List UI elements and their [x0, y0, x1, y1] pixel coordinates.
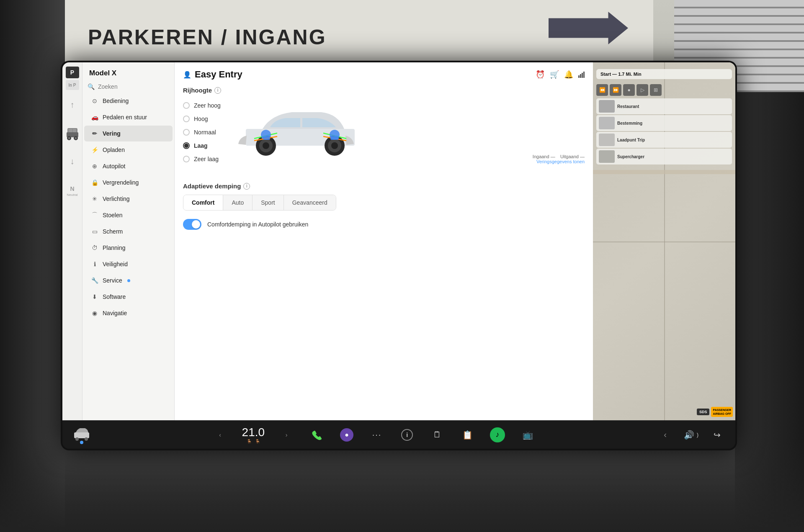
- taskbar-car-btn[interactable]: [72, 427, 91, 443]
- damping-section: Adaptieve demping i Comfort Auto Sport G…: [183, 182, 585, 211]
- map-control-btn-4[interactable]: ▷: [636, 84, 648, 96]
- taskbar-cards-btn[interactable]: 🗒: [429, 427, 446, 443]
- scherm-icon: ▭: [91, 228, 98, 235]
- sidebar-item-software[interactable]: ⬇ Software: [84, 289, 173, 305]
- damping-info-icon[interactable]: i: [243, 183, 250, 190]
- height-option-laag[interactable]: Laag: [183, 139, 237, 152]
- volume-control[interactable]: 🔊 ): [684, 430, 698, 440]
- rijhoogte-info-icon[interactable]: i: [214, 87, 221, 94]
- sidebar-item-label: Pedalen en stuur: [103, 114, 147, 121]
- damping-auto[interactable]: Auto: [223, 195, 253, 210]
- svg-point-3: [68, 137, 70, 139]
- veringsgegevens-link[interactable]: Veringsgegevens tonen: [533, 159, 585, 164]
- taskbar-temp-right-arrow[interactable]: ›: [278, 427, 295, 443]
- search-row[interactable]: 🔍 Zoeken: [82, 81, 174, 93]
- map-items-list[interactable]: ⏪ ⏩ ● ▷ ⊞ Restaurant: [593, 84, 735, 164]
- taskbar-info-btn[interactable]: i: [399, 427, 415, 443]
- map-control-btn-5[interactable]: ⊞: [650, 84, 662, 96]
- sidebar-item-planning[interactable]: ⏱ Planning: [84, 240, 173, 256]
- list-item-text-3: Laadpunt Trip: [617, 138, 729, 142]
- svg-rect-7: [73, 129, 76, 132]
- damping-geavanceerd[interactable]: Geavanceerd: [284, 195, 336, 210]
- map-list-item-1[interactable]: Restaurant: [596, 98, 732, 114]
- map-list-item-3[interactable]: Laadpunt Trip: [596, 132, 732, 148]
- autopilot-toggle[interactable]: [183, 219, 201, 230]
- taskbar-phone-btn[interactable]: [308, 427, 325, 443]
- map-header-card: Start — 1.7 Mi. Min: [596, 69, 732, 79]
- shopping-icon[interactable]: 🛒: [550, 70, 559, 79]
- sidebar-item-veiligheid[interactable]: ℹ Veiligheid: [84, 256, 173, 272]
- svg-point-26: [85, 437, 88, 441]
- list-item-title-1: Restaurant: [617, 104, 729, 109]
- map-control-btn-2[interactable]: ⏩: [610, 84, 621, 96]
- taskbar-clipboard-btn[interactable]: 📋: [459, 427, 476, 443]
- damping-sport[interactable]: Sport: [253, 195, 283, 210]
- map-list-item-4[interactable]: Supercharger: [596, 149, 732, 164]
- car-taskbar-icon: [72, 427, 91, 442]
- list-item-text-4: Supercharger: [617, 154, 729, 159]
- gear-n[interactable]: N: [67, 185, 78, 192]
- map-control-btn-3[interactable]: ●: [623, 84, 635, 96]
- sidebar-item-scherm[interactable]: ▭ Scherm: [84, 224, 173, 239]
- sidebar-item-stoelen[interactable]: ⌒ Stoelen: [84, 207, 173, 223]
- taskbar-camera-btn[interactable]: ●: [338, 427, 355, 443]
- radio-zeer-hoog[interactable]: [183, 102, 190, 109]
- toggle-row[interactable]: Comfortdemping in Autopilot gebruiken: [183, 219, 585, 230]
- radio-zeer-laag[interactable]: [183, 156, 190, 162]
- svg-rect-6: [68, 129, 72, 132]
- detail-panel[interactable]: 👤 Easy Entry ⏰ 🛒 🔔: [175, 62, 593, 420]
- stoelen-icon: ⌒: [91, 211, 98, 219]
- settings-panel[interactable]: Model X 🔍 Zoeken ⊙ Bediening 🚗 Pedalen e…: [82, 62, 175, 420]
- screen-bezel: P In P ↑ ↓ N: [61, 61, 737, 450]
- gear-up-arrow[interactable]: ↑: [70, 100, 75, 110]
- svg-point-23: [330, 130, 340, 140]
- service-icon: 🔧: [91, 277, 98, 284]
- map-list-item-2[interactable]: Bestemming: [596, 115, 732, 131]
- detail-title-row: 👤 Easy Entry: [183, 69, 242, 80]
- sidebar-item-service[interactable]: 🔧 Service: [84, 272, 173, 288]
- radio-laag[interactable]: [183, 142, 190, 149]
- list-item-text-2: Bestemming: [617, 121, 729, 126]
- radio-normaal[interactable]: [183, 129, 190, 136]
- taskbar-scroll-left[interactable]: ‹: [657, 427, 674, 443]
- taskbar-more-btn[interactable]: ···: [368, 427, 385, 443]
- map-title: Start — 1.7 Mi. Min: [600, 72, 728, 77]
- taskbar-temp-left-arrow[interactable]: ‹: [212, 427, 229, 443]
- info-icon: i: [401, 429, 413, 441]
- map-controls[interactable]: ⏪ ⏩ ● ▷ ⊞: [596, 84, 732, 96]
- sidebar-item-pedalen[interactable]: 🚗 Pedalen en stuur: [84, 109, 173, 125]
- sidebar-item-bediening[interactable]: ⊙ Bediening: [84, 93, 173, 109]
- taskbar-spotify-btn[interactable]: ♪: [489, 427, 506, 443]
- map-control-btn-1[interactable]: ⏪: [596, 84, 608, 96]
- gear-p[interactable]: P: [66, 67, 79, 78]
- sidebar-item-verlichting[interactable]: ✳ Verlichting: [84, 191, 173, 207]
- taskbar-media-btn[interactable]: 📺: [519, 427, 536, 443]
- damping-buttons[interactable]: Comfort Auto Sport Geavanceerd: [183, 195, 336, 211]
- search-icon: 🔍: [88, 83, 95, 90]
- sidebar-item-opladen[interactable]: ⚡ Opladen: [84, 142, 173, 158]
- sidebar-item-navigatie[interactable]: ◉ Navigatie: [84, 305, 173, 321]
- bell-icon[interactable]: 🔔: [564, 70, 573, 79]
- height-option-normaal[interactable]: Normaal: [183, 126, 237, 139]
- height-option-zeer-laag[interactable]: Zeer laag: [183, 152, 237, 166]
- sidebar-item-label: Vering: [103, 130, 121, 137]
- taskbar-left: [72, 427, 91, 443]
- sidebar-item-label: Software: [103, 293, 126, 300]
- taskbar-forward-btn[interactable]: ↪: [709, 427, 725, 443]
- damping-comfort[interactable]: Comfort: [183, 195, 223, 210]
- clock-icon[interactable]: ⏰: [536, 70, 545, 79]
- sidebar-item-vering[interactable]: ✏ Vering: [84, 126, 173, 141]
- rijhoogte-title: Rijhoogte i: [183, 87, 585, 94]
- phone-icon: [311, 429, 322, 440]
- radio-hoog[interactable]: [183, 116, 190, 122]
- sidebar-item-autopilot[interactable]: ⊕ Autopilot: [84, 158, 173, 174]
- list-item-text-1: Restaurant: [617, 104, 729, 109]
- map-panel: Start — 1.7 Mi. Min ⏪ ⏩ ● ▷ ⊞: [593, 62, 735, 420]
- height-option-hoog[interactable]: Hoog: [183, 112, 237, 126]
- height-option-zeer-hoog[interactable]: Zeer hoog: [183, 99, 237, 112]
- sidebar-item-vergrendeling[interactable]: 🔒 Vergrendeling: [84, 175, 173, 190]
- height-label-hoog: Hoog: [194, 116, 208, 122]
- clipboard-icon: 📋: [462, 430, 473, 440]
- gear-down-arrow[interactable]: ↓: [70, 157, 75, 166]
- arrow-icon: [549, 12, 628, 44]
